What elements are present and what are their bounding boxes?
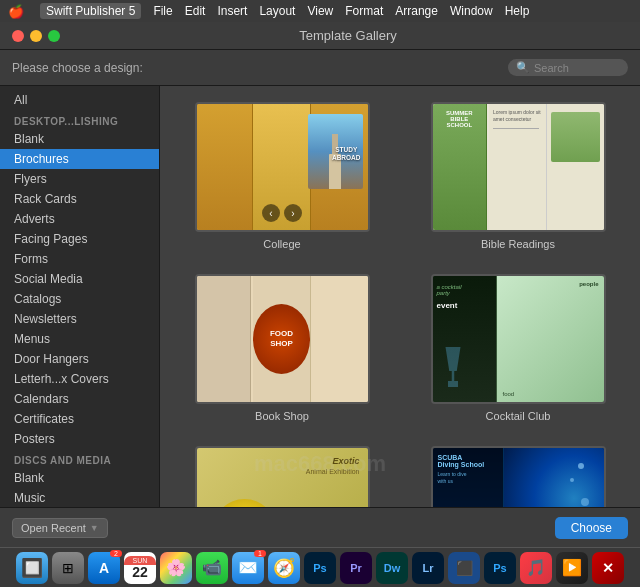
sidebar: All DESKTOP...LISHING Blank Brochures Fl… [0,86,160,507]
window-title: Template Gallery [68,28,628,43]
maximize-button[interactable] [48,30,60,42]
menu-file[interactable]: File [153,4,172,18]
main-window: Template Gallery Please choose a design:… [0,22,640,547]
sidebar-item-brochures[interactable]: Brochures [0,149,159,169]
search-icon: 🔍 [516,61,530,74]
dock-appstore-badge: 2 [110,550,122,557]
open-recent-label: Open Recent [21,522,86,534]
dock-unknown1[interactable]: ⬛ [448,552,480,584]
gallery-thumb-animal[interactable]: Exotic Animal Exhibition $ 18.-18$ 24 [195,446,370,507]
menu-window[interactable]: Window [450,4,493,18]
sidebar-item-social-media[interactable]: Social Media [0,269,159,289]
carousel-prev[interactable]: ‹ [262,204,280,222]
sidebar-item-letterhead[interactable]: Letterh...x Covers [0,369,159,389]
dock-dreamweaver[interactable]: Dw [376,552,408,584]
menu-arrange[interactable]: Arrange [395,4,438,18]
sidebar-item-posters[interactable]: Posters [0,429,159,449]
headerbar: Please choose a design: 🔍 [0,50,640,86]
choose-button[interactable]: Choose [555,517,628,539]
sidebar-item-forms[interactable]: Forms [0,249,159,269]
gallery-label-cocktail: Cocktail Club [486,410,551,422]
gallery-thumb-bible[interactable]: SUMMERBIBLESCHOOL Lorem ipsum dolor sit … [431,102,606,232]
sidebar-item-door-hangers[interactable]: Door Hangers [0,349,159,369]
sidebar-item-all[interactable]: All [0,90,159,110]
dock-appstore[interactable]: A 2 [88,552,120,584]
gallery-item-cocktail[interactable]: a cocktailparty event people food [412,274,624,422]
dock-music[interactable]: 🎵 [520,552,552,584]
gallery-thumb-diving[interactable]: SCUBADiving School Learn to divewith us [431,446,606,507]
dock-logo-red[interactable]: ✕ [592,552,624,584]
sidebar-item-catalogs[interactable]: Catalogs [0,289,159,309]
bottombar: Open Recent ▼ Choose [0,507,640,547]
sidebar-item-certificates[interactable]: Certificates [0,409,159,429]
gallery-thumb-cocktail[interactable]: a cocktailparty event people food [431,274,606,404]
gallery-item-animal[interactable]: Exotic Animal Exhibition $ 18.-18$ 24 An… [176,446,388,507]
sidebar-item-adverts[interactable]: Adverts [0,209,159,229]
menu-insert[interactable]: Insert [217,4,247,18]
gallery: STUDYABROAD ‹ › College [160,86,640,507]
content-area: All DESKTOP...LISHING Blank Brochures Fl… [0,86,640,507]
gallery-thumb-bookshop[interactable]: FOODSHOP [195,274,370,404]
sidebar-item-blank-desktop[interactable]: Blank [0,129,159,149]
dock-photoshop2[interactable]: Ps [484,552,516,584]
search-input[interactable] [534,62,619,74]
gallery-item-bible[interactable]: SUMMERBIBLESCHOOL Lorem ipsum dolor sit … [412,102,624,250]
dock-mail-badge: 1 [254,550,266,557]
gallery-grid: STUDYABROAD ‹ › College [176,102,624,507]
apple-menu[interactable]: 🍎 [8,4,24,19]
dropdown-arrow-icon: ▼ [90,523,99,533]
menu-help[interactable]: Help [505,4,530,18]
carousel-controls: ‹ › [262,204,302,222]
gallery-label-college: College [263,238,300,250]
sidebar-item-blank-disc[interactable]: Blank [0,468,159,488]
sidebar-item-calendars[interactable]: Calendars [0,389,159,409]
traffic-lights [12,30,60,42]
sidebar-item-music[interactable]: Music [0,488,159,507]
search-box[interactable]: 🔍 [508,59,628,76]
dock-photoshop[interactable]: Ps [304,552,336,584]
dock-facetime[interactable]: 📹 [196,552,228,584]
sidebar-item-facing-pages[interactable]: Facing Pages [0,229,159,249]
menu-layout[interactable]: Layout [259,4,295,18]
dock-calendar[interactable]: SUN 22 [124,552,156,584]
close-button[interactable] [12,30,24,42]
menu-app[interactable]: Swift Publisher 5 [40,3,141,19]
gallery-thumb-college[interactable]: STUDYABROAD ‹ › [195,102,370,232]
dock-launchpad[interactable]: ⊞ [52,552,84,584]
open-recent-dropdown[interactable]: Open Recent ▼ [12,518,108,538]
gallery-item-diving[interactable]: SCUBADiving School Learn to divewith us [412,446,624,507]
titlebar: Template Gallery [0,22,640,50]
gallery-item-bookshop[interactable]: FOODSHOP Book Shop [176,274,388,422]
sidebar-section-discs: DISCS AND MEDIA [0,449,159,468]
dock-video[interactable]: ▶️ [556,552,588,584]
gallery-label-bookshop: Book Shop [255,410,309,422]
dock-safari[interactable]: 🧭 [268,552,300,584]
choose-label: Please choose a design: [12,61,143,75]
menu-edit[interactable]: Edit [185,4,206,18]
minimize-button[interactable] [30,30,42,42]
dock-mail[interactable]: ✉️ 1 [232,552,264,584]
sidebar-section-desktop: DESKTOP...LISHING [0,110,159,129]
dock: 🔲 ⊞ A 2 SUN 22 🌸 📹 ✉️ 1 🧭 Ps Pr Dw Lr ⬛ … [0,547,640,587]
menubar: 🍎 Swift Publisher 5 File Edit Insert Lay… [0,0,640,22]
dock-lightroom[interactable]: Lr [412,552,444,584]
sidebar-item-newsletters[interactable]: Newsletters [0,309,159,329]
dock-photos[interactable]: 🌸 [160,552,192,584]
dock-premiere[interactable]: Pr [340,552,372,584]
gallery-label-bible: Bible Readings [481,238,555,250]
dock-finder[interactable]: 🔲 [16,552,48,584]
menu-format[interactable]: Format [345,4,383,18]
carousel-next[interactable]: › [284,204,302,222]
sidebar-item-flyers[interactable]: Flyers [0,169,159,189]
sidebar-item-menus[interactable]: Menus [0,329,159,349]
gallery-item-college[interactable]: STUDYABROAD ‹ › College [176,102,388,250]
menu-view[interactable]: View [307,4,333,18]
sidebar-item-rack-cards[interactable]: Rack Cards [0,189,159,209]
